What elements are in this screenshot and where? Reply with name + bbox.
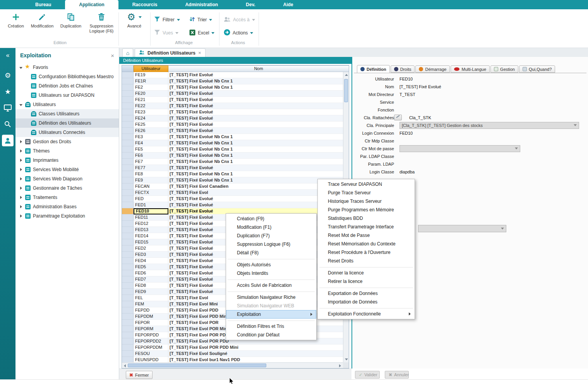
submenu-item[interactable]: Reset Procédure à l'Ouverture xyxy=(318,248,415,257)
dropdown-arrow-icon[interactable] xyxy=(250,32,253,34)
collapse-panel-icon[interactable]: « xyxy=(0,48,15,63)
row-selector-cell[interactable] xyxy=(122,196,134,202)
cell-utilisateur[interactable]: FE77 xyxy=(134,165,168,171)
tree-expander-icon[interactable] xyxy=(19,205,23,209)
tree-expander-icon[interactable] xyxy=(19,196,23,199)
cell-utilisateur[interactable]: FED4 xyxy=(134,258,168,264)
row-selector-cell[interactable] xyxy=(122,270,134,276)
context-menu-item[interactable] xyxy=(228,278,315,280)
fermer-button[interactable]: ✖ Fermer xyxy=(126,371,153,379)
combo-arrow-icon[interactable] xyxy=(501,228,504,230)
tree-item[interactable]: Thèmes xyxy=(15,146,119,156)
table-row[interactable]: FECAN [T_TEST] Fixé Evol Canadien xyxy=(122,183,343,190)
modification-button[interactable]: Modification xyxy=(29,12,55,39)
table-row[interactable]: FE26 [T_TEST] Fixé Evolué xyxy=(122,128,343,134)
submenu-item[interactable] xyxy=(319,306,413,309)
tree-item[interactable]: Paramétrage Exploitation xyxy=(15,211,119,221)
cell-utilisateur[interactable]: FEPORPDD xyxy=(134,332,168,338)
menubar-item[interactable]: Aide xyxy=(269,0,307,9)
cell-utilisateur[interactable]: FE7 xyxy=(134,159,168,165)
field-value[interactable]: T_TEST xyxy=(399,91,415,97)
creation-button[interactable]: Création xyxy=(3,12,29,39)
cell-utilisateur[interactable]: FED11 xyxy=(134,214,168,221)
tree-item[interactable]: Utilisateurs Connectés xyxy=(15,128,119,137)
cell-nom[interactable]: [T_TEST] Fixé Evol Canadien xyxy=(168,183,343,190)
cell-nom[interactable]: [T_TEST] Fixé Evol xyxy=(168,190,343,196)
hidden-label-combo[interactable] xyxy=(418,225,506,232)
cell-nom[interactable]: [T_TEST] Fixé Evolué xyxy=(168,196,343,202)
tree-item[interactable]: Utilisateurs sur DIAPASON xyxy=(15,91,119,100)
row-selector-cell[interactable] xyxy=(122,351,134,357)
tree-expander-icon[interactable] xyxy=(19,103,23,106)
cell-utilisateur[interactable]: FE2 xyxy=(134,84,168,91)
cell-nom[interactable]: [T_TEST] Fixé Evolué Nb Cnx 1 xyxy=(168,84,343,91)
cell-utilisateur[interactable]: FED7 xyxy=(134,276,168,283)
row-selector-cell[interactable] xyxy=(122,214,134,221)
submenu-item[interactable] xyxy=(319,286,413,288)
field-value[interactable]: FED10 xyxy=(399,76,413,82)
tree-expander-icon[interactable] xyxy=(19,168,23,171)
search-icon[interactable] xyxy=(0,117,15,132)
submenu-item[interactable]: Trace Serveur DIAPASON xyxy=(318,180,415,189)
cell-utilisateur[interactable]: FE22 xyxy=(134,103,168,109)
tree-item[interactable]: Utilisateurs xyxy=(15,100,119,109)
submenu-item[interactable]: Transfert Parametrage Interface xyxy=(318,223,415,231)
dropdown-arrow-icon[interactable] xyxy=(139,16,142,18)
row-selector-cell[interactable] xyxy=(122,245,134,252)
cell-utilisateur[interactable]: FED12 xyxy=(134,221,168,227)
cell-utilisateur[interactable]: FED xyxy=(134,196,168,202)
submenu-item[interactable]: Exploitation Fonctionnelle xyxy=(318,310,415,318)
row-selector-cell[interactable] xyxy=(122,202,134,208)
tree-expander-icon[interactable] xyxy=(19,159,23,162)
combo-arrow-icon[interactable] xyxy=(515,147,518,149)
row-selector-cell[interactable] xyxy=(122,97,134,103)
cell-utilisateur[interactable]: FED5 xyxy=(134,264,168,270)
table-row[interactable]: FE22 [T_TEST] Fixé Evolué xyxy=(122,103,343,109)
cell-utilisateur[interactable]: FE20 xyxy=(134,91,168,97)
submenu-item[interactable]: Reset Droits xyxy=(318,257,415,265)
cell-utilisateur[interactable]: FED3 xyxy=(134,252,168,258)
context-menu-item[interactable] xyxy=(228,257,315,259)
table-row[interactable]: FEUNSPDD [T_TEST] Fixé Evol bur1 Nav1 PD… xyxy=(122,357,343,362)
cell-utilisateur[interactable]: FE23 xyxy=(134,109,168,115)
tree-expander-icon[interactable] xyxy=(19,140,23,144)
cell-utilisateur[interactable]: FED14 xyxy=(134,233,168,239)
row-selector-cell[interactable] xyxy=(122,140,134,146)
row-selector-cell[interactable] xyxy=(122,258,134,264)
submenu-item[interactable]: Donner la licence xyxy=(318,269,415,277)
cell-nom[interactable]: [T_TEST] Fixé Evolué xyxy=(168,115,343,122)
tree-item[interactable]: Définition Jobs et Chaînes xyxy=(15,81,119,91)
column-header-utilisateur[interactable]: Utilisateur xyxy=(134,65,168,72)
row-selector-cell[interactable] xyxy=(122,252,134,258)
row-selector-cell[interactable] xyxy=(122,153,134,159)
row-selector-cell[interactable] xyxy=(122,314,134,320)
cell-utilisateur[interactable]: FEM xyxy=(134,301,168,307)
cell-utilisateur[interactable]: FECAN xyxy=(134,183,168,190)
cell-utilisateur[interactable]: FE24 xyxy=(134,115,168,122)
class-picker-icon[interactable] xyxy=(394,115,402,120)
table-row[interactable]: FE2 [T_TEST] Fixé Evolué Nb Cnx 1 xyxy=(122,84,343,91)
row-selector-cell[interactable] xyxy=(122,177,134,183)
row-selector-cell[interactable] xyxy=(122,128,134,134)
scroll-right-icon[interactable] xyxy=(338,363,343,368)
detail-tab[interactable]: Définition xyxy=(357,65,390,73)
menubar-item[interactable]: Application xyxy=(65,0,118,9)
modules-gear-icon[interactable]: ⚙ xyxy=(0,68,15,83)
user-admin-icon[interactable] xyxy=(0,133,15,148)
menubar-item[interactable]: Bureau xyxy=(21,0,65,9)
table-row[interactable]: FE9 [T_TEST] Fixé Evolué Nb Cnx 1 xyxy=(122,177,343,183)
scroll-up-icon[interactable] xyxy=(344,72,349,77)
row-selector-cell[interactable] xyxy=(122,208,134,214)
row-selector-cell[interactable] xyxy=(122,326,134,332)
combo-arrow-icon[interactable] xyxy=(574,124,577,126)
cell-nom[interactable]: [T_TEST] Fixé Evolué xyxy=(168,72,343,78)
row-selector-cell[interactable] xyxy=(122,332,134,338)
cell-utilisateur[interactable]: FE8 xyxy=(134,171,168,177)
duplication-button[interactable]: Duplication xyxy=(58,12,84,39)
tree-expander-icon[interactable] xyxy=(19,149,23,153)
field-value[interactable] xyxy=(399,145,520,152)
cell-utilisateur[interactable]: FEPORM xyxy=(134,326,168,332)
table-row[interactable]: FE8 [T_TEST] Fixé Evolué Nb Cnx 1 xyxy=(122,171,343,177)
detail-tab[interactable]: Gestion xyxy=(490,65,518,73)
row-selector-cell[interactable] xyxy=(122,283,134,289)
